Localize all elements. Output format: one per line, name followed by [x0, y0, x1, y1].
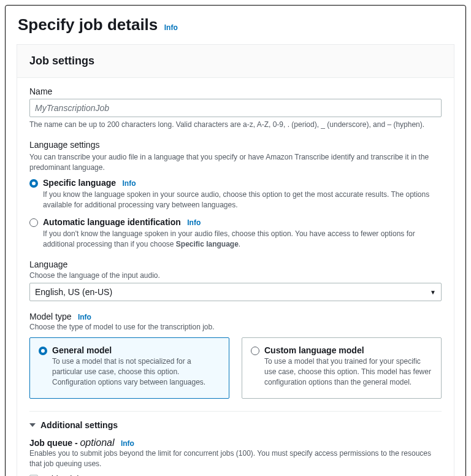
model-type-helper: Choose the type of model to use for the …	[29, 322, 442, 332]
language-settings-field: Language settings You can transcribe you…	[29, 140, 442, 250]
radio-circle-icon	[39, 347, 47, 355]
radio-automatic-language[interactable]: Automatic language identification Info I…	[29, 217, 442, 250]
divider	[29, 411, 442, 412]
tile-custom-language-model[interactable]: Custom language model To use a model tha…	[242, 337, 442, 399]
job-queue-field: Job queue - optional Info Enables you to…	[29, 437, 442, 476]
model-type-info-link[interactable]: Info	[78, 313, 91, 321]
language-field: Language Choose the language of the inpu…	[29, 259, 442, 302]
job-settings-card: Job settings Name The name can be up to …	[17, 44, 454, 476]
radio-specific-language[interactable]: Specific language Info If you know the l…	[29, 177, 442, 210]
page-info-link[interactable]: Info	[164, 23, 178, 32]
name-field: Name The name can be up to 200 character…	[29, 86, 442, 130]
job-queue-label: Job queue -	[29, 438, 80, 448]
automatic-language-info-link[interactable]: Info	[187, 218, 201, 227]
job-queue-info-link[interactable]: Info	[121, 439, 134, 448]
name-helper: The name can be up to 200 characters lon…	[29, 120, 442, 130]
model-type-field: Model type Info Choose the type of model…	[29, 311, 442, 399]
model-type-label: Model type	[29, 312, 71, 321]
tile-general-model[interactable]: General model To use a model that is not…	[29, 337, 229, 399]
specific-language-info-link[interactable]: Info	[123, 179, 136, 188]
additional-settings-expander[interactable]: Additional settings	[29, 420, 442, 430]
custom-model-title: Custom language model	[264, 345, 432, 355]
language-helper: Choose the language of the input audio.	[29, 271, 442, 281]
caret-down-icon	[29, 423, 36, 427]
language-settings-helper: You can transcribe your audio file in a …	[29, 152, 442, 173]
job-queue-optional: optional	[80, 437, 114, 448]
general-model-title: General model	[52, 345, 220, 355]
radio-circle-icon	[251, 347, 259, 355]
automatic-language-desc: If you don't know the language spoken in…	[43, 229, 442, 250]
automatic-language-label: Automatic language identification	[43, 217, 181, 227]
radio-circle-icon	[29, 218, 38, 227]
language-value: English, US (en-US)	[35, 287, 112, 297]
specific-language-label: Specific language	[43, 178, 116, 188]
page-title: Specify job details	[18, 15, 158, 34]
radio-circle-icon	[29, 179, 38, 188]
caret-down-icon: ▼	[430, 289, 436, 296]
language-select[interactable]: English, US (en-US) ▼	[29, 283, 442, 301]
language-label: Language	[29, 259, 442, 269]
job-settings-title: Job settings	[29, 55, 442, 67]
name-label: Name	[29, 86, 442, 96]
job-queue-helper: Enables you to submit jobs beyond the li…	[29, 448, 442, 469]
additional-settings-label: Additional settings	[40, 420, 118, 430]
name-input[interactable]	[29, 99, 442, 117]
custom-model-desc: To use a model that you trained for your…	[264, 356, 432, 387]
specific-language-desc: If you know the language spoken in your …	[43, 190, 442, 210]
general-model-desc: To use a model that is not specialized f…	[52, 356, 220, 387]
language-settings-label: Language settings	[29, 140, 442, 150]
